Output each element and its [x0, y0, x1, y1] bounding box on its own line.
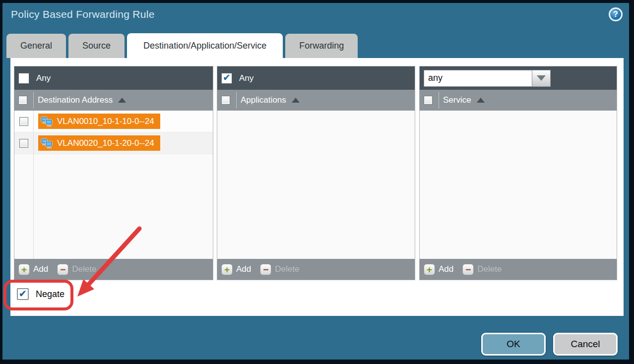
service-column-header[interactable]: Service: [420, 90, 617, 111]
applications-header-label: Applications: [241, 95, 286, 105]
address-object-label: VLAN0020_10-1-20-0--24: [57, 138, 154, 148]
delete-label: Delete: [477, 264, 502, 274]
service-dropdown-bar: any: [420, 66, 617, 90]
address-object-chip[interactable]: VLAN0020_10-1-20-0--24: [38, 135, 160, 151]
header-separator: [236, 92, 237, 109]
screenshot-stage: Policy Based Forwarding Rule ? General S…: [0, 0, 634, 364]
add-label: Add: [236, 264, 251, 274]
destination-any-label: Any: [36, 73, 51, 83]
tab-destination-application-service[interactable]: Destination/Application/Service: [127, 33, 283, 58]
delete-button[interactable]: − Delete: [462, 264, 502, 275]
add-plus-icon: +: [221, 264, 233, 275]
add-label: Add: [439, 264, 453, 274]
applications-panel-footer: + Add − Delete: [217, 259, 415, 280]
delete-minus-icon: −: [57, 264, 68, 275]
service-dropdown[interactable]: any: [424, 70, 551, 87]
add-button[interactable]: + Add: [18, 264, 48, 275]
ok-button[interactable]: OK: [481, 333, 546, 356]
negate-label: Negate: [36, 289, 64, 300]
sort-ascending-icon: [477, 98, 485, 103]
destination-header-label: Destination Address: [38, 95, 113, 105]
dialog-title: Policy Based Forwarding Rule: [11, 8, 155, 20]
header-separator: [33, 92, 34, 109]
network-computers-icon: [40, 116, 54, 127]
checkbox-gutter-divider: [33, 111, 34, 259]
row-checkbox[interactable]: [19, 117, 28, 126]
sort-ascending-icon: [292, 98, 300, 103]
delete-label: Delete: [72, 264, 96, 274]
applications-any-label: Any: [239, 73, 254, 83]
pbf-rule-dialog: Policy Based Forwarding Rule ? General S…: [2, 3, 629, 360]
tab-general[interactable]: General: [6, 34, 66, 58]
destination-select-all-checkbox[interactable]: [18, 96, 27, 105]
destination-address-panel: Any Destination Address: [14, 66, 213, 280]
add-button[interactable]: + Add: [221, 264, 251, 275]
service-select-all-checkbox[interactable]: [424, 96, 433, 105]
add-plus-icon: +: [18, 264, 30, 275]
service-list: [420, 111, 617, 259]
applications-column-header[interactable]: Applications: [217, 90, 415, 111]
add-button[interactable]: + Add: [424, 264, 453, 275]
cancel-button[interactable]: Cancel: [553, 333, 618, 356]
applications-list: [217, 111, 415, 259]
chevron-down-icon: [537, 75, 546, 81]
applications-select-all-checkbox[interactable]: [221, 96, 230, 105]
delete-button[interactable]: − Delete: [57, 264, 96, 275]
network-computers-icon: [40, 138, 54, 149]
tab-source[interactable]: Source: [68, 34, 125, 58]
add-label: Add: [33, 264, 48, 274]
add-plus-icon: +: [424, 264, 435, 275]
destination-any-checkbox[interactable]: [18, 73, 29, 84]
negate-row: Negate: [17, 288, 64, 300]
destination-column-header[interactable]: Destination Address: [14, 90, 213, 111]
delete-label: Delete: [275, 264, 299, 274]
service-dropdown-value: any: [424, 70, 532, 87]
sort-ascending-icon: [118, 98, 126, 103]
table-row[interactable]: VLAN0020_10-1-20-0--24: [14, 132, 213, 154]
applications-any-bar: Any: [217, 66, 415, 90]
delete-button[interactable]: − Delete: [260, 264, 299, 275]
applications-any-checkbox[interactable]: [221, 73, 232, 84]
service-panel-footer: + Add − Delete: [420, 259, 617, 280]
service-header-label: Service: [443, 95, 471, 105]
applications-panel: Any Applications + Add − Delete: [217, 66, 415, 280]
header-separator: [439, 92, 439, 109]
address-object-label: VLAN0010_10-1-10-0--24: [57, 117, 154, 126]
help-icon[interactable]: ?: [609, 7, 623, 21]
address-object-chip[interactable]: VLAN0010_10-1-10-0--24: [38, 114, 160, 129]
delete-minus-icon: −: [462, 264, 474, 275]
destination-panel-footer: + Add − Delete: [14, 259, 213, 280]
dropdown-button[interactable]: [532, 70, 551, 87]
tab-forwarding[interactable]: Forwarding: [285, 34, 358, 58]
negate-checkbox[interactable]: [17, 288, 29, 300]
delete-minus-icon: −: [260, 264, 271, 275]
destination-any-bar: Any: [14, 66, 213, 90]
destination-list: VLAN0010_10-1-10-0--24: [14, 111, 213, 259]
service-panel: any Service + Add: [419, 66, 617, 280]
tab-bar: General Source Destination/Application/S…: [6, 33, 358, 58]
table-row[interactable]: VLAN0010_10-1-10-0--24: [14, 111, 213, 132]
row-checkbox[interactable]: [19, 139, 28, 148]
tab-content: Any Destination Address: [10, 58, 624, 316]
